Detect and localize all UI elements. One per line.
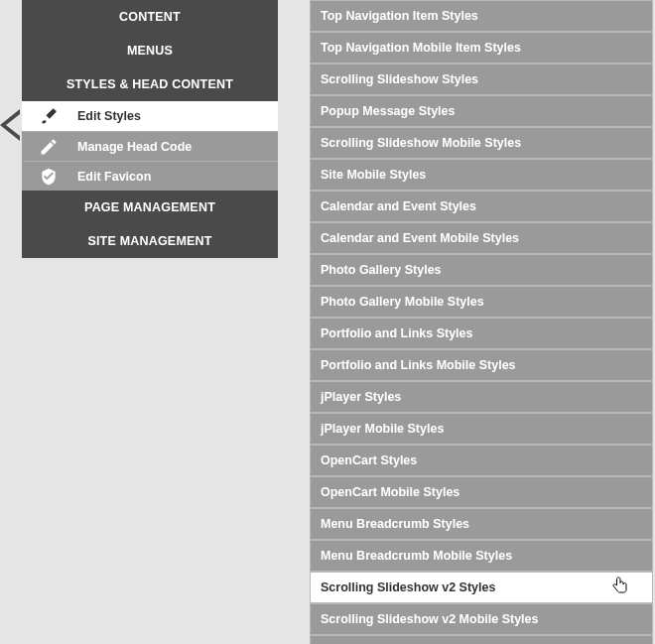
menu-manage-head[interactable]: Manage Head Code — [22, 131, 278, 161]
section-site-mgmt[interactable]: SITE MANAGEMENT — [22, 224, 278, 258]
style-item[interactable]: Scrolling Slideshow v2 Touchscreen Style… — [310, 635, 653, 644]
menu-edit-styles[interactable]: Edit Styles — [22, 101, 278, 131]
brush-icon — [38, 105, 60, 127]
style-item-label: OpenCart Styles — [321, 453, 417, 467]
style-item[interactable]: jPlayer Mobile Styles — [310, 413, 653, 445]
style-item[interactable]: Photo Gallery Styles — [310, 254, 653, 286]
style-item-label: jPlayer Styles — [321, 390, 401, 404]
menu-edit-favicon[interactable]: Edit Favicon — [22, 161, 278, 191]
style-item-label: jPlayer Mobile Styles — [321, 422, 444, 436]
style-item[interactable]: Scrolling Slideshow v2 Mobile Styles — [310, 603, 653, 635]
style-item[interactable]: Site Mobile Styles — [310, 159, 653, 191]
section-content[interactable]: CONTENT — [22, 0, 278, 34]
collapse-arrow-inner-icon — [6, 114, 20, 136]
section-page-mgmt[interactable]: PAGE MANAGEMENT — [22, 191, 278, 224]
style-item-label: OpenCart Mobile Styles — [321, 485, 459, 499]
style-item[interactable]: Menu Breadcrumb Styles — [310, 508, 653, 540]
style-item-label: Popup Message Styles — [321, 104, 455, 118]
section-styles-head[interactable]: STYLES & HEAD CONTENT — [22, 67, 278, 101]
style-item[interactable]: Top Navigation Item Styles — [310, 0, 653, 32]
style-item-label: Photo Gallery Styles — [321, 263, 442, 277]
style-item[interactable]: OpenCart Styles — [310, 445, 653, 476]
section-menus[interactable]: MENUS — [22, 34, 278, 67]
style-item-label: Top Navigation Mobile Item Styles — [321, 41, 521, 55]
style-item[interactable]: Popup Message Styles — [310, 95, 653, 127]
left-panel: CONTENT MENUS STYLES & HEAD CONTENT Edit… — [22, 0, 278, 258]
style-item-label: Calendar and Event Styles — [321, 199, 476, 213]
favicon-icon — [38, 166, 60, 188]
style-item[interactable]: Calendar and Event Styles — [310, 191, 653, 222]
menu-edit-favicon-label: Edit Favicon — [77, 170, 151, 184]
style-item-label: Scrolling Slideshow v2 Mobile Styles — [321, 612, 539, 626]
menu-manage-head-label: Manage Head Code — [77, 140, 192, 154]
style-item[interactable]: Menu Breadcrumb Mobile Styles — [310, 540, 653, 572]
style-item-label: Menu Breadcrumb Mobile Styles — [321, 549, 512, 563]
style-item[interactable]: Calendar and Event Mobile Styles — [310, 222, 653, 254]
style-item[interactable]: Scrolling Slideshow v2 Styles — [310, 572, 653, 603]
menu-edit-styles-label: Edit Styles — [77, 109, 141, 123]
style-item[interactable]: OpenCart Mobile Styles — [310, 476, 653, 508]
style-item-label: Scrolling Slideshow Mobile Styles — [321, 136, 521, 150]
style-item-label: Portfolio and Links Mobile Styles — [321, 358, 516, 372]
style-item-label: Site Mobile Styles — [321, 168, 426, 182]
cursor-hand-icon — [612, 577, 630, 598]
pencil-icon — [38, 136, 60, 158]
style-item[interactable]: Top Navigation Mobile Item Styles — [310, 32, 653, 64]
style-item[interactable]: Portfolio and Links Mobile Styles — [310, 349, 653, 381]
style-item[interactable]: Photo Gallery Mobile Styles — [310, 286, 653, 318]
style-item[interactable]: Portfolio and Links Styles — [310, 318, 653, 349]
style-item[interactable]: Scrolling Slideshow Mobile Styles — [310, 127, 653, 159]
style-item-label: Menu Breadcrumb Styles — [321, 517, 469, 531]
style-item-label: Scrolling Slideshow v2 Styles — [321, 580, 495, 594]
style-item-label: Portfolio and Links Styles — [321, 326, 473, 340]
style-item-label: Top Navigation Item Styles — [321, 9, 478, 23]
style-item-label: Calendar and Event Mobile Styles — [321, 231, 519, 245]
style-item-label: Photo Gallery Mobile Styles — [321, 295, 484, 309]
style-item-label: Scrolling Slideshow Styles — [321, 72, 478, 86]
style-item[interactable]: jPlayer Styles — [310, 381, 653, 413]
style-list: Top Navigation Item StylesTop Navigation… — [310, 0, 653, 644]
style-item[interactable]: Scrolling Slideshow Styles — [310, 64, 653, 95]
